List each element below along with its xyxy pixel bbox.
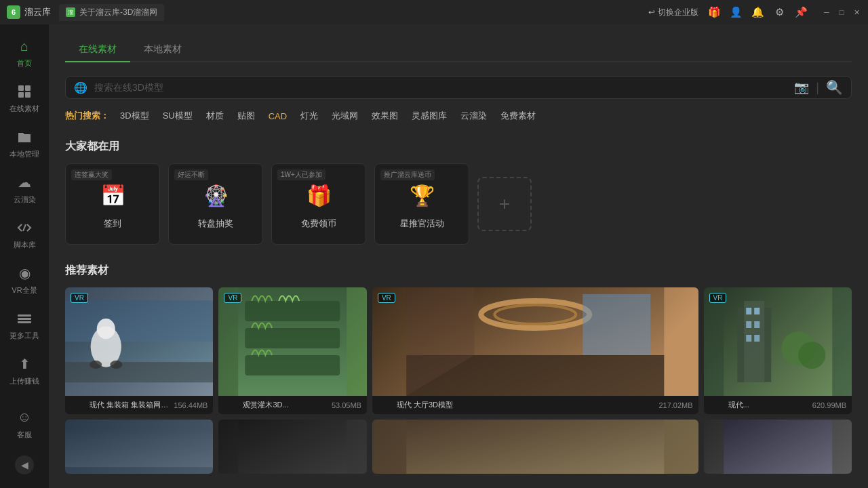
material-size-4: 620.99MB — [812, 401, 846, 409]
svg-rect-1 — [25, 85, 31, 91]
svg-point-14 — [110, 361, 122, 369]
material-size-3: 217.02MB — [658, 401, 692, 409]
notification-icon[interactable]: 🔔 — [751, 6, 764, 18]
svg-rect-16 — [245, 301, 340, 321]
activity-card-free-coin[interactable]: 1W+人已参加 🎁 免费领币 — [271, 163, 366, 245]
svg-rect-0 — [18, 85, 24, 91]
hot-tag-cloud-render[interactable]: 云溜染 — [458, 108, 490, 123]
main-layout: ⌂ 首页 在线素材 本地管理 ☁ 云溜染 — [0, 24, 868, 488]
folder-icon — [15, 127, 34, 146]
hot-tags-label: 热门搜索： — [65, 110, 109, 122]
bottom-material-card-4[interactable] — [704, 420, 852, 474]
hot-tag-light[interactable]: 灯光 — [298, 108, 321, 123]
sidebar-item-script-lib[interactable]: 脚本库 — [4, 213, 45, 256]
bottom-material-card-3[interactable] — [372, 420, 698, 474]
hot-tags-row: 热门搜索： 3D模型 SU模型 材质 贴图 CAD 灯光 光域网 效果图 灵感图… — [65, 108, 852, 123]
activity-card-signin[interactable]: 连签赢大奖 📅 签到 — [65, 163, 160, 245]
sidebar-item-more-tools[interactable]: 更多工具 — [4, 304, 45, 346]
svg-rect-30 — [754, 321, 760, 328]
app-title: 溜云库 — [24, 6, 51, 18]
pin-icon[interactable]: 📌 — [795, 6, 807, 18]
hot-tag-3d[interactable]: 3D模型 — [117, 108, 152, 123]
svg-rect-5 — [18, 314, 31, 317]
material-card-1[interactable]: VR 现代 集装箱 集装箱网红店3D模型 156.44MB — [65, 287, 213, 414]
close-button[interactable]: ✕ — [852, 7, 861, 17]
svg-rect-37 — [406, 420, 664, 474]
sidebar-item-customer[interactable]: ☺ 客服 — [4, 403, 45, 445]
gift-icon[interactable]: 🎁 — [708, 6, 720, 18]
svg-rect-28 — [754, 308, 760, 314]
hot-tag-cad[interactable]: CAD — [266, 110, 290, 123]
sidebar-item-cloud-render[interactable]: ☁ 云溜染 — [4, 167, 45, 210]
hot-tag-effect[interactable]: 效果图 — [369, 108, 401, 123]
user-avatar[interactable]: 👤 — [730, 6, 742, 18]
material-size-2: 53.05MB — [332, 401, 361, 409]
search-button[interactable]: 🔍 — [826, 79, 843, 96]
add-activity-button[interactable]: + — [477, 177, 532, 231]
sidebar-item-local-manage[interactable]: 本地管理 — [4, 122, 45, 165]
material-card-4[interactable]: VR 现代... 620.99MB — [704, 287, 852, 414]
sidebar-label-vr: VR全景 — [12, 285, 37, 296]
svg-rect-7 — [18, 321, 31, 323]
svg-rect-32 — [754, 335, 760, 342]
activity-card-spin[interactable]: 好运不断 🎡 转盘抽奖 — [168, 163, 263, 245]
sidebar-collapse-button[interactable]: ◀ — [15, 455, 34, 474]
hot-tag-material[interactable]: 材质 — [203, 108, 226, 123]
settings-icon[interactable]: ⚙ — [773, 6, 785, 18]
tab-icon: 溜 — [66, 7, 75, 17]
bottom-materials-grid — [65, 420, 852, 474]
sidebar-item-upload-earn[interactable]: ⬆ 上传赚钱 — [4, 349, 45, 392]
title-tab[interactable]: 溜 关于溜云库-3D溜溜网 — [59, 4, 164, 21]
sidebar-item-home[interactable]: ⌂ 首页 — [4, 31, 45, 74]
svg-rect-27 — [746, 308, 751, 314]
svg-rect-10 — [65, 362, 213, 382]
bottom-material-card-1[interactable] — [65, 420, 213, 474]
material-info-3: VR 现代 大厅3D模型 217.02MB — [372, 396, 698, 414]
content-tabs: 在线素材 本地素材 — [65, 38, 852, 62]
free-coin-label: 免费领币 — [301, 218, 336, 230]
activity-card-star-promo[interactable]: 推广溜云库送币 🏆 星推官活动 — [374, 163, 469, 245]
hot-tag-free[interactable]: 免费素材 — [498, 108, 538, 123]
hot-tag-inspiration[interactable]: 灵感图库 — [409, 108, 450, 123]
star-promo-label: 星推官活动 — [400, 218, 444, 230]
material-card-3[interactable]: VR 现代 大厅3D模型 217.02MB — [372, 287, 698, 414]
camera-icon[interactable]: 📷 — [794, 80, 809, 95]
sidebar-label-home: 首页 — [17, 58, 32, 68]
vr-badge-2: VR — [224, 293, 241, 303]
vr-badge-4: VR — [709, 293, 727, 303]
globe-icon: 🌐 — [74, 81, 87, 94]
tab-local[interactable]: 本地素材 — [130, 38, 195, 62]
material-thumb-1 — [65, 287, 213, 396]
sidebar-label-cloud-render: 云溜染 — [14, 195, 36, 205]
maximize-button[interactable]: □ — [837, 7, 846, 17]
svg-point-13 — [90, 361, 102, 369]
vr-badge-3: VR — [378, 293, 395, 303]
materials-grid: VR 现代 集装箱 集装箱网红店3D模型 156.44MB — [65, 287, 852, 414]
material-size-1: 156.44MB — [174, 401, 208, 409]
title-bar-actions: ↩ 切换企业版 🎁 👤 🔔 ⚙ 📌 ─ □ ✕ — [648, 6, 861, 18]
sidebar-label-upload: 上传赚钱 — [9, 376, 39, 386]
hot-tag-lightdomain[interactable]: 光域网 — [329, 108, 361, 123]
minimize-button[interactable]: ─ — [822, 7, 831, 17]
svg-rect-38 — [724, 420, 832, 474]
enterprise-switch-btn[interactable]: ↩ 切换企业版 — [648, 7, 698, 18]
sidebar-item-online-assets[interactable]: 在线素材 — [4, 77, 45, 119]
grid-icon — [15, 82, 34, 101]
search-input[interactable] — [94, 82, 787, 93]
bottom-material-card-2[interactable] — [218, 420, 366, 474]
search-bar: 🌐 📷 | 🔍 — [65, 76, 852, 99]
sidebar-label-customer: 客服 — [17, 430, 32, 440]
home-icon: ⌂ — [15, 37, 34, 56]
material-name-2: 观赏灌木3D... — [243, 400, 327, 410]
sidebar-item-vr[interactable]: ◉ VR全景 — [4, 258, 45, 301]
tab-online[interactable]: 在线素材 — [65, 38, 130, 62]
svg-rect-3 — [25, 92, 31, 98]
svg-line-4 — [23, 224, 26, 231]
hot-tag-su[interactable]: SU模型 — [160, 108, 195, 123]
material-card-2[interactable]: VR 观赏灌木3D... 53.05MB — [218, 287, 366, 414]
hot-tag-texture[interactable]: 贴图 — [235, 108, 258, 123]
star-promo-badge: 推广溜云库送币 — [380, 169, 435, 180]
recommended-title: 推荐素材 — [65, 264, 852, 278]
star-promo-icon: 🏆 — [405, 178, 439, 212]
switch-label: 切换企业版 — [658, 7, 698, 18]
